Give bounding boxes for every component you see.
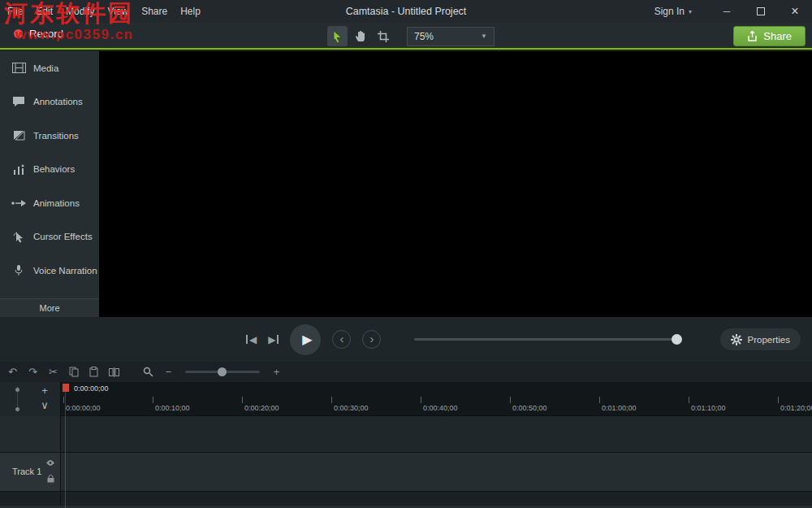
menubar: File Edit Modify View Share Help	[0, 6, 201, 17]
playhead-time-label: 0:00:00;00	[74, 384, 109, 393]
track-header-spacer	[0, 416, 60, 452]
paste-button[interactable]	[84, 362, 104, 382]
properties-button[interactable]: Properties	[720, 328, 801, 350]
maximize-button[interactable]	[744, 0, 778, 23]
pan-tool-button[interactable]	[350, 26, 370, 46]
annotations-icon	[11, 96, 27, 107]
split-button[interactable]	[104, 362, 124, 382]
ruler-time-label: 0:00:30;00	[331, 404, 369, 412]
ruler-time-label: 0:00:10;00	[153, 404, 190, 412]
chevron-down-icon: ▾	[689, 8, 692, 15]
redo-button[interactable]: ↷	[23, 362, 43, 382]
play-icon: ▶	[302, 332, 312, 347]
step-back-icon: ◀	[249, 334, 257, 345]
scrub-slider-handle[interactable]	[672, 334, 682, 345]
tools-sidebar: Media Annotations Transitions Behaviors …	[0, 51, 99, 317]
sidebar-item-animations[interactable]: Animations	[0, 186, 99, 220]
sidebar-item-behaviors[interactable]: Behaviors	[0, 153, 99, 187]
sidebar-item-voice-narration[interactable]: Voice Narration	[0, 254, 99, 288]
menu-share[interactable]: Share	[141, 6, 167, 17]
track-header-column: + ∨ Track 1	[0, 382, 61, 508]
menu-edit[interactable]: Edit	[36, 6, 53, 17]
sidebar-more-button[interactable]: More	[0, 298, 99, 317]
track1-header[interactable]: Track 1	[0, 452, 60, 492]
preview-scrub-slider[interactable]	[414, 338, 682, 341]
sign-in-label: Sign In	[654, 6, 685, 17]
timeline-zoom-slider[interactable]	[185, 371, 260, 373]
transitions-icon	[11, 130, 27, 141]
microphone-icon	[11, 264, 27, 276]
minus-icon: −	[166, 366, 172, 378]
magnifier-icon	[143, 367, 153, 377]
main-area: Media Annotations Transitions Behaviors …	[0, 51, 812, 317]
menu-view[interactable]: View	[107, 6, 128, 17]
ruler-time-label: 0:00:00;00	[63, 404, 101, 412]
lane-empty	[61, 416, 812, 452]
select-tool-button[interactable]	[327, 26, 348, 46]
timeline-body: + ∨ Track 1 0:00:00;00	[0, 382, 812, 508]
menu-file[interactable]: File	[7, 6, 23, 17]
share-button[interactable]: Share	[733, 26, 806, 46]
zoom-level-dropdown[interactable]: 75% ▼	[407, 27, 495, 46]
menu-modify[interactable]: Modify	[66, 6, 94, 17]
crop-icon	[378, 31, 389, 42]
track-lock-toggle[interactable]	[47, 475, 54, 483]
timeline-zoom-in-button[interactable]: +	[266, 362, 287, 382]
track-height-slider[interactable]	[15, 386, 19, 412]
cursor-arrow-icon	[332, 30, 343, 43]
step-bar-icon	[246, 335, 248, 344]
timeline-ruler[interactable]: 0:00:00;00 0:00:10;00 0:00:20;00 0:00:30…	[61, 382, 812, 416]
sidebar-item-cursor-effects[interactable]: Cursor Effects	[0, 220, 99, 254]
cut-button[interactable]: ✂	[43, 362, 63, 382]
share-upload-icon	[747, 31, 758, 41]
sidebar-item-annotations[interactable]: Annotations	[0, 85, 99, 119]
step-bar-icon	[277, 335, 279, 344]
playhead-handle[interactable]	[63, 384, 69, 392]
ruler-time-label: 0:01:10;00	[689, 404, 726, 412]
chevron-down-icon: ∨	[41, 399, 49, 411]
add-track-button[interactable]: +	[37, 384, 53, 397]
camtasia-window: File Edit Modify View Share Help Camtasi…	[0, 0, 812, 508]
animations-icon	[11, 199, 27, 207]
scissors-icon: ✂	[49, 366, 58, 378]
previous-frame-button[interactable]: ◀	[246, 334, 257, 345]
ruler-time-label: 0:00:20;00	[242, 404, 279, 412]
track-visibility-toggle[interactable]	[46, 460, 54, 466]
sidebar-item-transitions[interactable]: Transitions	[0, 119, 99, 153]
jump-forward-button[interactable]: ›	[362, 330, 381, 349]
minimize-button[interactable]: ─	[710, 0, 744, 23]
ruler-time-label: 0:00:50;00	[510, 404, 547, 412]
jump-back-button[interactable]: ‹	[332, 330, 351, 349]
chevron-left-icon: ‹	[339, 332, 343, 345]
chevron-down-icon: ▼	[481, 33, 487, 40]
sidebar-item-label: Cursor Effects	[33, 232, 93, 241]
track1-lane[interactable]	[61, 452, 812, 492]
menu-help[interactable]: Help	[180, 6, 201, 17]
timeline-tracks-area: 0:00:00;00 0:00:10;00 0:00:20;00 0:00:30…	[61, 382, 812, 508]
next-frame-button[interactable]: ▶	[268, 334, 279, 345]
sign-in-button[interactable]: Sign In ▾	[654, 6, 692, 17]
timeline-zoom-out-button[interactable]: −	[158, 362, 179, 382]
record-button[interactable]: Record	[14, 28, 63, 40]
timeline-zoom-slider-handle[interactable]	[218, 367, 227, 376]
more-label: More	[39, 303, 59, 313]
toolbar: Record 75% ▼ Share	[0, 23, 812, 50]
gear-icon	[731, 334, 742, 345]
close-button[interactable]: ×	[778, 0, 812, 23]
split-icon	[109, 367, 119, 377]
track-height-slider-handle[interactable]	[15, 388, 19, 392]
minimize-icon: ─	[723, 6, 731, 17]
play-button[interactable]: ▶	[290, 324, 321, 355]
copy-button[interactable]	[63, 362, 84, 382]
undo-button[interactable]: ↶	[2, 362, 23, 382]
sidebar-item-label: Media	[33, 63, 58, 73]
sidebar-item-media[interactable]: Media	[0, 51, 99, 85]
zoom-level-value: 75%	[414, 31, 434, 42]
sidebar-item-label: Behaviors	[33, 164, 75, 174]
eye-icon	[46, 460, 54, 466]
playhead-line	[65, 392, 66, 508]
timeline-zoom-button[interactable]	[138, 362, 158, 382]
collapse-tracks-button[interactable]: ∨	[37, 398, 53, 412]
timeline-toolbar: ↶ ↷ ✂ − +	[0, 362, 812, 382]
crop-tool-button[interactable]	[373, 26, 393, 46]
